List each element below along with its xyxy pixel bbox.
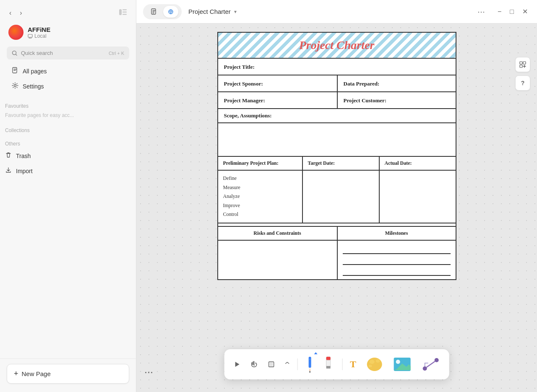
date-prepared-label: Data Prepared: <box>344 80 380 87</box>
close-button[interactable]: ✕ <box>520 6 530 17</box>
sponsor-label: Project Sponsor: <box>224 80 263 87</box>
settings-icon <box>12 82 18 91</box>
svg-point-25 <box>370 360 375 364</box>
scope-content-area <box>218 123 456 157</box>
doc-mode-button[interactable] <box>146 6 162 18</box>
play-icon <box>233 361 240 368</box>
titlebar-more-button[interactable]: ⋯ <box>474 5 488 18</box>
text-tool-icon: T <box>350 359 356 370</box>
import-label: Import <box>16 168 33 174</box>
svg-point-20 <box>309 371 310 373</box>
pencil-up-arrow <box>313 352 318 355</box>
sponsor-manager-section: Project Sponsor: Data Prepared: Project … <box>218 75 456 109</box>
title-chevron-icon[interactable]: ▾ <box>234 9 237 15</box>
sidebar-item-trash[interactable]: Trash <box>0 148 136 164</box>
svg-point-7 <box>14 85 16 87</box>
shape-tool-icon <box>366 357 383 372</box>
project-title-label: Project Title: <box>224 64 255 70</box>
svg-marker-14 <box>235 362 239 367</box>
media-tool-icon <box>393 357 412 372</box>
eraser-icon <box>324 356 334 373</box>
shape-tool-button[interactable] <box>362 353 387 375</box>
doc-title: Project Charter <box>188 8 231 15</box>
play-button[interactable] <box>229 358 244 371</box>
phase-improve: Improve <box>223 201 297 210</box>
more-dots-icon: ... <box>145 366 154 375</box>
titlebar: Project Charter ▾ ⋯ − □ ✕ <box>136 0 537 23</box>
app-name: AFFiNE <box>28 26 50 33</box>
pencil-tool-button[interactable] <box>301 353 318 376</box>
search-placeholder: Quick search <box>21 50 105 56</box>
project-title-row: Project Title: <box>218 59 456 75</box>
edgeless-mode-button[interactable] <box>163 6 178 18</box>
sponsor-cell: Project Sponsor: <box>218 75 337 91</box>
expand-button[interactable] <box>280 358 294 370</box>
connector-tool-button[interactable] <box>417 353 444 375</box>
all-pages-label: All pages <box>23 68 47 75</box>
sidebar-bottom: + New Page <box>0 358 136 392</box>
svg-point-27 <box>369 365 372 367</box>
svg-point-31 <box>423 366 427 371</box>
plan-header: Preliminary Project Plan: Target Date: A… <box>218 157 456 171</box>
workspace-info: AFFiNE Local <box>7 25 129 40</box>
phase-measure: Measure <box>223 183 297 192</box>
sidebar: ‹ › AFFiNE Local <box>0 0 136 392</box>
pencil-icon <box>305 356 314 373</box>
search-bar[interactable]: Quick search Ctrl + K <box>7 47 129 60</box>
hand-tool-button[interactable] <box>246 357 262 371</box>
svg-marker-19 <box>309 370 310 371</box>
milestones-content <box>337 241 456 279</box>
grid-add-button[interactable] <box>515 57 530 72</box>
nav-forward-button[interactable]: › <box>17 8 24 18</box>
favourites-section: Favourites Favourite pages for easy acc.… <box>0 97 136 122</box>
svg-point-29 <box>396 360 400 364</box>
toolbar-divider-2 <box>342 358 342 370</box>
grid-add-icon <box>519 61 526 68</box>
risks-milestones-header: Risks and Constraints Milestones <box>218 227 456 241</box>
canvas-more-button[interactable]: ... <box>145 366 154 375</box>
eraser-tool-button[interactable] <box>320 353 339 376</box>
new-page-label: New Page <box>22 370 51 377</box>
help-icon: ? <box>521 80 525 86</box>
svg-rect-17 <box>308 357 311 368</box>
bottom-toolbar: T <box>224 349 449 379</box>
svg-rect-11 <box>520 62 522 64</box>
collections-section: Collections <box>0 122 136 135</box>
maximize-button[interactable]: □ <box>507 6 516 17</box>
sidebar-item-all-pages[interactable]: All pages <box>7 64 129 79</box>
search-shortcut: Ctrl + K <box>109 51 124 56</box>
scope-title: Scope, Assumptions: <box>218 109 456 123</box>
nav-back-button[interactable]: ‹ <box>7 8 14 18</box>
risks-label: Risks and Constraints <box>218 227 337 240</box>
help-button[interactable]: ? <box>515 75 530 91</box>
new-page-plus-icon: + <box>14 369 18 378</box>
phase-analyze: Analyze <box>223 192 297 201</box>
sidebar-toggle-button[interactable] <box>117 7 129 19</box>
new-page-button[interactable]: + New Page <box>7 364 129 384</box>
manager-label: Project Manager: <box>224 97 265 104</box>
actual-date-label: Actual Date: <box>379 157 456 170</box>
sidebar-item-import[interactable]: Import <box>0 164 136 179</box>
minimize-button[interactable]: − <box>495 6 504 17</box>
text-tool-button[interactable]: T <box>346 356 360 373</box>
frame-button[interactable] <box>263 358 279 371</box>
charter-divider <box>218 223 456 227</box>
risks-milestones-body <box>218 241 456 279</box>
favourites-empty: Favourite pages for easy acc... <box>0 111 136 122</box>
hand-icon <box>250 361 258 368</box>
milestone-line-2 <box>343 255 451 265</box>
svg-rect-23 <box>326 366 330 369</box>
actual-dates-cell <box>379 171 456 223</box>
expand-icon <box>284 362 289 367</box>
milestone-line-3 <box>343 266 451 276</box>
settings-label: Settings <box>23 83 44 90</box>
frame-icon <box>268 361 274 368</box>
workspace-label: Local <box>28 33 50 39</box>
collections-label: Collections <box>0 122 136 135</box>
phase-define: Define <box>223 174 297 183</box>
media-tool-button[interactable] <box>389 353 416 375</box>
toolbar-divider-1 <box>297 358 297 370</box>
canvas-area[interactable]: Project Charter Project Title: Project S… <box>136 23 537 392</box>
mode-switcher <box>143 4 182 19</box>
sidebar-item-settings[interactable]: Settings <box>7 79 129 94</box>
